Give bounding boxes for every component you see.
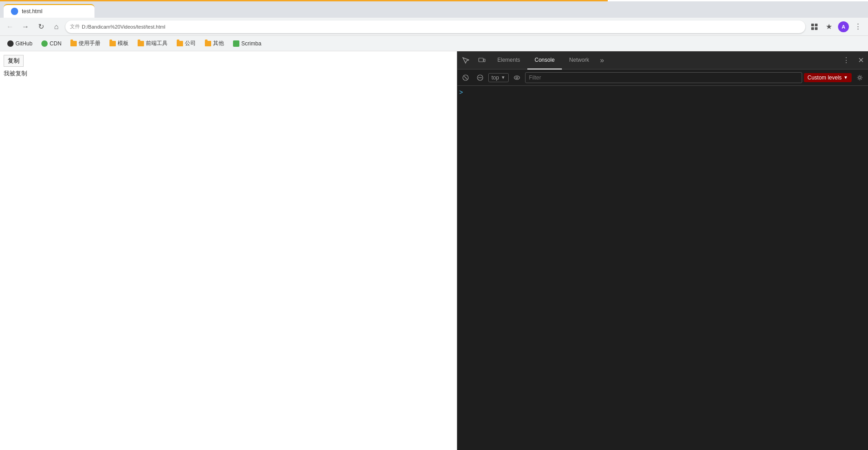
tab-console[interactable]: Console: [527, 51, 562, 69]
svg-rect-0: [811, 24, 814, 26]
console-block-button[interactable]: [474, 71, 486, 84]
scrimba-favicon: [233, 40, 239, 47]
bookmark-scrimba[interactable]: Scrimba: [229, 39, 265, 49]
bookmark-scrimba-label: Scrimba: [241, 40, 261, 47]
company-folder-icon: [177, 41, 183, 46]
inspect-element-button[interactable]: [457, 51, 474, 69]
svg-rect-5: [484, 59, 485, 62]
main-area: 复制 我被复制 Elements Console: [0, 51, 868, 450]
console-context-value: top: [491, 74, 499, 81]
devtools-panel: Elements Console Network » ⋮ ✕: [457, 51, 868, 450]
address-value: D:/Bandicam%20Videos/test/test.html: [82, 24, 165, 30]
page-content: 复制 我被复制: [0, 51, 457, 450]
tab-bar: test.html: [0, 1, 868, 18]
copied-text-display: 我被复制: [4, 69, 453, 78]
filter-input[interactable]: [529, 74, 798, 81]
bookmark-frontend-label: 前端工具: [146, 40, 168, 47]
profile-avatar: A: [838, 21, 849, 32]
console-clear-button[interactable]: [459, 71, 472, 84]
toolbar-right: ★ A ⋮: [808, 20, 864, 33]
bookmark-frontend[interactable]: 前端工具: [134, 38, 171, 49]
forward-button[interactable]: →: [19, 20, 32, 33]
console-prompt: >: [459, 88, 463, 96]
filter-box[interactable]: [525, 72, 802, 83]
console-context-selector[interactable]: top ▼: [488, 73, 509, 82]
home-button[interactable]: ⌂: [50, 20, 63, 33]
frontend-folder-icon: [138, 41, 144, 46]
svg-point-12: [859, 76, 861, 79]
svg-rect-2: [811, 27, 814, 30]
back-button[interactable]: ←: [4, 20, 16, 33]
bookmarks-bar: GitHub CDN 使用手册 模板 前端工具 公司 其他 Scrimba: [0, 36, 868, 51]
github-favicon: [7, 40, 14, 47]
other-folder-icon: [205, 41, 211, 46]
console-toolbar: top ▼ Custom levels ▼: [457, 69, 868, 86]
custom-levels-label: Custom levels: [808, 74, 842, 81]
svg-rect-4: [479, 58, 483, 62]
tab-favicon: [11, 8, 18, 15]
address-bar: ← → ↻ ⌂ 文件 D:/Bandicam%20Videos/test/tes…: [0, 18, 868, 36]
device-mode-button[interactable]: [474, 51, 490, 69]
profile-button[interactable]: A: [837, 20, 850, 33]
manual-folder-icon: [70, 41, 77, 46]
copy-button[interactable]: 复制: [4, 55, 24, 67]
bookmark-company-label: 公司: [185, 40, 196, 47]
console-context-caret: ▼: [501, 75, 506, 80]
console-caret-icon: >: [459, 89, 463, 96]
template-folder-icon: [109, 41, 116, 46]
console-eye-button[interactable]: [511, 71, 523, 84]
devtools-close-button[interactable]: ✕: [853, 51, 868, 69]
tab-more-button[interactable]: »: [596, 51, 608, 69]
menu-icon[interactable]: ⋮: [852, 20, 864, 33]
bookmark-cdn[interactable]: CDN: [38, 39, 65, 49]
tab-network[interactable]: Network: [562, 51, 596, 69]
active-tab[interactable]: test.html: [4, 4, 94, 18]
svg-rect-3: [815, 27, 818, 30]
tab-elements[interactable]: Elements: [490, 51, 527, 69]
console-content[interactable]: >: [457, 86, 868, 450]
bookmark-other[interactable]: 其他: [201, 38, 228, 49]
svg-line-7: [464, 76, 467, 79]
bookmark-cdn-label: CDN: [50, 40, 61, 47]
custom-levels-button[interactable]: Custom levels ▼: [804, 73, 852, 82]
bookmark-manual-label: 使用手册: [79, 40, 100, 47]
bookmark-other-label: 其他: [213, 40, 224, 47]
bookmark-github-label: GitHub: [15, 40, 32, 47]
extension-icon[interactable]: [808, 20, 821, 33]
devtools-toolbar: Elements Console Network » ⋮ ✕: [457, 51, 868, 69]
devtools-actions: ⋮ ✕: [839, 51, 868, 69]
cdn-favicon: [41, 40, 48, 47]
reload-button[interactable]: ↻: [35, 20, 47, 33]
devtools-more-options[interactable]: ⋮: [839, 51, 853, 69]
bookmark-template-label: 模板: [118, 40, 129, 47]
address-prefix: 文件: [70, 23, 80, 30]
devtools-tabs: Elements Console Network »: [490, 51, 839, 69]
bookmark-star-icon[interactable]: ★: [823, 20, 835, 33]
svg-point-10: [514, 76, 520, 79]
bookmark-github[interactable]: GitHub: [4, 39, 36, 49]
bookmark-manual[interactable]: 使用手册: [67, 38, 104, 49]
console-settings-button[interactable]: [853, 71, 866, 84]
bookmark-company[interactable]: 公司: [173, 38, 199, 49]
browser-chrome: test.html ← → ↻ ⌂ 文件 D:/Bandicam%20Video…: [0, 0, 868, 51]
bookmark-template[interactable]: 模板: [106, 38, 132, 49]
custom-levels-caret: ▼: [843, 75, 848, 80]
tab-title: test.html: [22, 8, 42, 15]
svg-rect-1: [815, 24, 818, 26]
address-bar-field[interactable]: 文件 D:/Bandicam%20Videos/test/test.html: [65, 20, 805, 33]
svg-point-11: [516, 77, 518, 79]
